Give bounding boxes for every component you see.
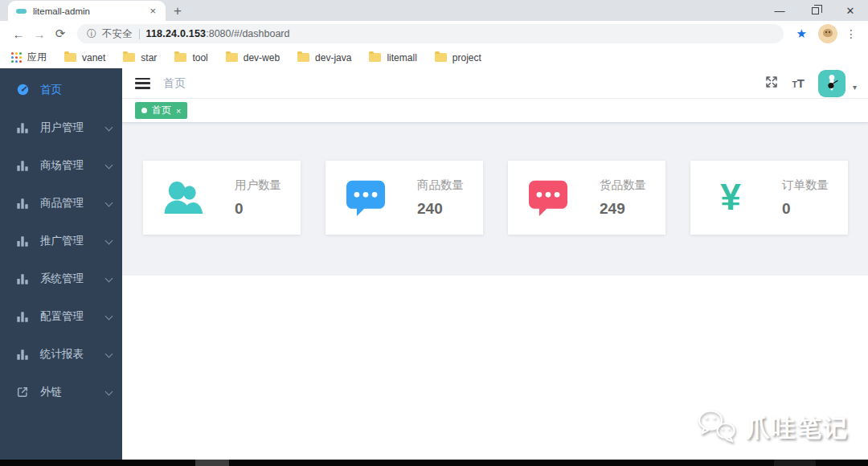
- stat-card-text: 商品数量 240: [417, 178, 464, 218]
- bookmark-folder-tool[interactable]: tool: [174, 52, 207, 63]
- browser-toolbar: ← → ⟳ ⓘ 不安全 118.24.0.153 :8080/#/dashboa…: [0, 21, 868, 47]
- stat-card-orders[interactable]: ¥ 订单数量 0: [690, 161, 848, 235]
- stat-card-goods[interactable]: 商品数量 240: [326, 161, 483, 235]
- apps-shortcut[interactable]: 应用: [11, 51, 47, 64]
- sidebar-item-stat-report[interactable]: 统计报表: [0, 335, 122, 373]
- tag-dashboard[interactable]: 首页 ×: [135, 102, 187, 119]
- bookmark-folder-vanet[interactable]: vanet: [64, 52, 105, 63]
- stat-card-text: 订单数量 0: [782, 178, 829, 218]
- site-favicon: [16, 9, 27, 14]
- navbar-actions: TT ▾: [764, 70, 857, 97]
- sidebar-item-config-mgmt[interactable]: 配置管理: [0, 297, 122, 335]
- info-icon[interactable]: ⓘ: [87, 27, 96, 41]
- sidebar-item-label: 推广管理: [40, 234, 84, 248]
- bar-chart-icon: [16, 347, 30, 361]
- caret-down-icon[interactable]: ▾: [853, 75, 857, 92]
- folder-icon: [226, 53, 238, 62]
- sidebar-item-mall-mgmt[interactable]: 商场管理: [0, 146, 122, 184]
- sidebar-item-goods-mgmt[interactable]: 商品管理: [0, 184, 122, 222]
- folder-icon: [297, 53, 309, 62]
- top-navbar: 首页 TT ▾: [122, 68, 868, 99]
- sidebar-item-label: 统计报表: [40, 347, 84, 362]
- reload-button[interactable]: ⟳: [50, 27, 71, 41]
- bookmark-folder-dev-web[interactable]: dev-web: [226, 52, 280, 63]
- back-button[interactable]: ←: [8, 27, 29, 41]
- stat-card-users[interactable]: 用户数量 0: [143, 161, 301, 235]
- tag-label: 首页: [152, 104, 171, 117]
- user-avatar[interactable]: [818, 70, 845, 97]
- bookmark-folder-project[interactable]: project: [435, 52, 481, 63]
- stat-card-text: 货品数量 249: [600, 178, 646, 218]
- bookmark-label: vanet: [82, 52, 105, 63]
- stat-card-products[interactable]: 货品数量 249: [508, 161, 665, 235]
- message-icon: [345, 178, 387, 217]
- external-link-icon: [16, 385, 30, 399]
- bookmark-label: dev-web: [244, 52, 280, 63]
- taskbar-segment: [774, 460, 816, 466]
- bookmark-label: tool: [192, 52, 207, 63]
- url-path: :8080/#/dashboard: [206, 28, 289, 39]
- sidebar-item-label: 系统管理: [40, 272, 84, 286]
- sidebar-item-system-mgmt[interactable]: 系统管理: [0, 260, 122, 297]
- browser-tab[interactable]: litemall-admin ×: [8, 1, 166, 21]
- sidebar-item-label: 商品管理: [40, 196, 84, 211]
- bar-chart-icon: [16, 272, 30, 285]
- bar-chart-icon: [16, 309, 30, 323]
- yuan-icon: ¥: [710, 181, 751, 214]
- stat-title: 货品数量: [600, 178, 646, 193]
- bookmark-folder-star[interactable]: star: [123, 52, 157, 63]
- sidebar-item-user-mgmt[interactable]: 用户管理: [0, 108, 122, 146]
- minimize-button[interactable]: —: [762, 0, 797, 21]
- sidebar-item-label: 用户管理: [40, 121, 84, 135]
- admin-app: 首页 用户管理 商场管理 商品管理 推广管理: [0, 68, 868, 460]
- stat-value: 240: [417, 200, 464, 218]
- folder-icon: [174, 53, 186, 62]
- taskbar-strip: [0, 460, 868, 466]
- bookmark-label: dev-java: [315, 52, 351, 63]
- stat-title: 商品数量: [417, 178, 464, 193]
- users-icon: [162, 180, 204, 215]
- fullscreen-icon[interactable]: [764, 75, 779, 92]
- sidebar-item-promotion-mgmt[interactable]: 推广管理: [0, 222, 122, 260]
- address-divider: [139, 29, 140, 39]
- stat-card-text: 用户数量 0: [235, 178, 281, 218]
- bookmark-label: litemall: [387, 52, 416, 63]
- hamburger-menu-icon[interactable]: [135, 78, 150, 89]
- browser-profile-avatar[interactable]: [818, 24, 837, 43]
- chevron-down-icon: [105, 350, 113, 358]
- stat-value: 0: [782, 200, 829, 218]
- empty-area: [122, 276, 868, 460]
- chevron-down-icon: [105, 161, 113, 170]
- font-size-icon[interactable]: TT: [792, 77, 805, 90]
- folder-icon: [435, 53, 447, 62]
- forward-button[interactable]: →: [29, 27, 50, 41]
- new-tab-button[interactable]: +: [174, 4, 182, 18]
- bookmark-star-icon[interactable]: ★: [796, 27, 807, 41]
- restore-button[interactable]: [797, 0, 833, 21]
- tag-active-dot: [141, 108, 147, 113]
- address-bar[interactable]: ⓘ 不安全 118.24.0.153 :8080/#/dashboard: [77, 24, 784, 43]
- sidebar-item-label: 首页: [40, 83, 62, 97]
- stat-title: 订单数量: [782, 178, 829, 193]
- tag-close-icon[interactable]: ×: [176, 106, 181, 116]
- sidebar-item-label: 外链: [40, 385, 62, 399]
- sidebar-item-external-link[interactable]: 外链: [0, 373, 122, 411]
- apps-grid-icon: [11, 52, 22, 63]
- sidebar-item-dashboard[interactable]: 首页: [0, 71, 122, 108]
- stat-value: 249: [600, 200, 646, 218]
- tab-title: litemall-admin: [33, 6, 148, 16]
- close-window-button[interactable]: ✕: [833, 0, 868, 21]
- chevron-down-icon: [105, 388, 113, 396]
- sidebar: 首页 用户管理 商场管理 商品管理 推广管理: [0, 68, 122, 460]
- dashboard-icon: [16, 83, 30, 96]
- restore-icon: [812, 7, 819, 14]
- chevron-down-icon: [105, 237, 113, 245]
- bookmark-folder-dev-java[interactable]: dev-java: [297, 52, 351, 63]
- security-label: 不安全: [102, 27, 133, 41]
- chevron-down-icon: [105, 313, 113, 321]
- tab-close-icon[interactable]: ×: [148, 4, 158, 18]
- folder-icon: [369, 53, 381, 62]
- browser-menu-icon[interactable]: ⋮: [845, 27, 857, 40]
- bookmark-folder-litemall[interactable]: litemall: [369, 52, 416, 63]
- bookmarks-bar: 应用 vanet star tool dev-web dev-java lite…: [0, 47, 868, 68]
